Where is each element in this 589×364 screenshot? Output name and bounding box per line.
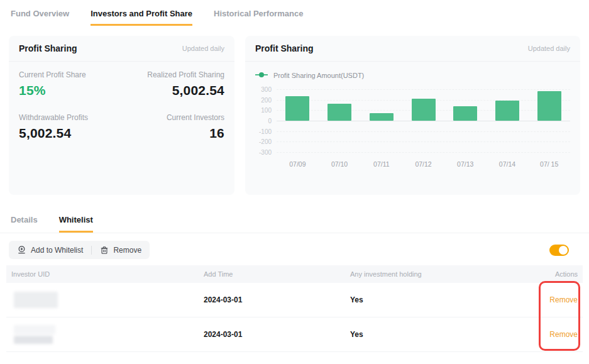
header-cell-investor-uid: Investor UID [11,270,204,278]
add-to-whitelist-label: Add to Whitelist [31,246,83,255]
gridline [277,152,570,153]
chart-y-spacer [255,160,277,168]
chart-area: 3002001000-100-200-300 [255,89,570,152]
main-tab-bar: Fund Overview Investors and Profit Share… [0,0,589,26]
bar-07/10 [328,104,351,121]
tab-fund-overview[interactable]: Fund Overview [11,9,69,26]
investor-uid-cell [11,292,204,308]
header-cell-holding: Any investment holding [350,270,536,278]
bar-07/13 [453,106,477,121]
bar-column [444,89,487,152]
tab-historical-performance[interactable]: Historical Performance [214,9,303,26]
stat-current-profit-share: Current Profit Share 15% [19,70,122,98]
toolbar-divider [91,246,92,255]
table-row: 2024-03-01 Yes Remove [6,283,583,317]
stat-value: 5,002.54 [19,126,122,141]
stats-updated-note: Updated daily [182,45,224,52]
x-tick-label: 07/09 [277,160,319,168]
header-cell-actions: Actions [536,270,578,278]
chart-bars [277,89,570,152]
y-tick-label: -300 [259,149,272,156]
stat-current-investors: Current Investors 16 [122,113,225,141]
bar-07/15 [537,91,561,121]
chart-x-row: 07/0907/1007/1107/1207/1307/1407/ 15 [255,160,570,168]
stat-label: Current Investors [122,113,225,122]
header-cell-add-time: Add Time [204,270,350,278]
bar-column [487,89,529,152]
redacted-uid-block [14,325,55,334]
chart-legend: Profit Sharing Amount(USDT) [255,72,570,79]
table-header: Investor UID Add Time Any investment hol… [6,265,583,283]
stat-value: 15% [19,83,122,98]
tab-details[interactable]: Details [11,215,38,233]
whitelist-table: Investor UID Add Time Any investment hol… [6,265,583,352]
bar-07/14 [495,101,519,121]
profit-sharing-stats-card: Profit Sharing Updated daily Current Pro… [9,36,234,195]
bar-07/12 [412,99,436,121]
stat-realized-profit-sharing: Realized Profit Sharing 5,002.54 [122,70,225,98]
bar-column [402,89,444,152]
stat-label: Current Profit Share [19,70,122,79]
chart-x-axis: 07/0907/1007/1107/1207/1307/1407/ 15 [277,160,570,168]
stat-withdrawable-profits: Withdrawable Profits 5,002.54 [19,113,122,141]
chart-y-axis: 3002001000-100-200-300 [255,89,277,152]
bar-column [319,89,361,152]
bar-column [528,89,570,152]
x-tick-label: 07/13 [444,160,487,168]
trash-icon [100,246,109,255]
y-tick-label: 0 [268,118,272,124]
stat-value: 5,002.54 [122,83,225,98]
y-tick-label: 100 [261,107,272,114]
x-tick-label: 07/12 [402,160,444,168]
bar-column [277,89,319,152]
redacted-uid-block [14,336,53,344]
add-time-cell: 2024-03-01 [204,295,350,304]
stats-card-header: Profit Sharing Updated daily [9,36,234,62]
remove-link[interactable]: Remove [549,295,578,304]
add-to-whitelist-icon [17,245,26,255]
stat-value: 16 [122,126,225,141]
chart-card-title: Profit Sharing [255,43,314,53]
x-tick-label: 07/10 [319,160,361,168]
tab-investors-and-profit-share[interactable]: Investors and Profit Share [91,9,192,26]
y-tick-label: -200 [259,138,272,145]
investor-uid-cell [11,325,204,344]
legend-line-dot-icon [255,72,268,79]
legend-label: Profit Sharing Amount(USDT) [273,72,364,79]
holding-cell: Yes [350,330,536,339]
bar-column [360,89,402,152]
y-tick-label: 200 [261,96,272,103]
stat-label: Realized Profit Sharing [122,70,225,79]
remove-link[interactable]: Remove [549,330,578,339]
holding-cell: Yes [350,295,536,304]
profit-sharing-chart-card: Profit Sharing Updated daily Profit Shar… [245,36,580,195]
section-tab-bar: Details Whitelist [0,215,589,233]
stats-grid: Current Profit Share 15% Realized Profit… [9,62,234,150]
remove-button[interactable]: Remove [100,246,141,255]
remove-button-label: Remove [113,246,141,255]
redacted-uid-block [14,292,58,308]
toolbar-button-group: Add to Whitelist Remove [9,241,150,259]
cards-row: Profit Sharing Updated daily Current Pro… [9,36,580,195]
actions-cell: Remove [536,295,578,304]
stats-card-title: Profit Sharing [19,43,77,53]
y-tick-label: 300 [261,86,272,93]
x-tick-label: 07/11 [360,160,402,168]
bar-07/09 [285,96,309,121]
stat-label: Withdrawable Profits [19,113,122,122]
chart-body: Profit Sharing Amount(USDT) 3002001000-1… [245,62,580,168]
add-time-cell: 2024-03-01 [204,330,350,339]
toggle-knob [559,246,568,255]
whitelist-toolbar: Add to Whitelist Remove [9,241,579,259]
tab-whitelist[interactable]: Whitelist [59,215,93,233]
chart-plot [277,89,570,152]
chart-card-header: Profit Sharing Updated daily [245,36,580,62]
table-row: 2024-03-01 Yes Remove [6,317,583,352]
add-to-whitelist-button[interactable]: Add to Whitelist [17,245,83,255]
chart-updated-note: Updated daily [528,45,570,52]
whitelist-toggle[interactable] [549,245,569,256]
bar-07/11 [370,113,394,121]
x-tick-label: 07/ 15 [528,160,570,168]
actions-cell: Remove [536,330,578,339]
x-tick-label: 07/14 [487,160,529,168]
